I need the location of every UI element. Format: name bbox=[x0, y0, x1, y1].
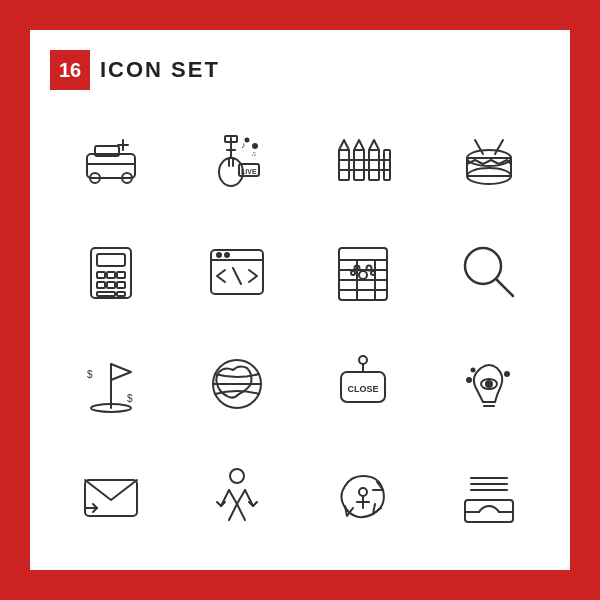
golf-flag-money-icon: $ $ bbox=[50, 330, 172, 438]
svg-rect-33 bbox=[107, 272, 115, 278]
svg-text:$: $ bbox=[127, 393, 133, 404]
svg-rect-39 bbox=[117, 292, 125, 296]
svg-line-82 bbox=[237, 490, 245, 504]
svg-point-85 bbox=[359, 488, 367, 496]
svg-point-56 bbox=[371, 271, 375, 275]
svg-point-57 bbox=[465, 248, 501, 284]
svg-point-42 bbox=[217, 253, 221, 257]
svg-rect-20 bbox=[354, 150, 364, 180]
svg-rect-36 bbox=[107, 282, 115, 288]
svg-rect-0 bbox=[87, 154, 135, 178]
svg-point-52 bbox=[359, 271, 367, 279]
inbox-icon bbox=[428, 442, 550, 550]
card-header: 16 ICON SET bbox=[50, 50, 550, 90]
svg-point-75 bbox=[505, 372, 509, 376]
svg-text:LIVE: LIVE bbox=[241, 168, 257, 175]
svg-point-73 bbox=[467, 378, 471, 382]
svg-line-44 bbox=[233, 268, 241, 284]
svg-rect-37 bbox=[117, 282, 125, 288]
svg-line-83 bbox=[229, 504, 237, 520]
svg-line-58 bbox=[497, 280, 513, 296]
svg-text:$: $ bbox=[87, 369, 93, 380]
svg-text:♪: ♪ bbox=[241, 140, 246, 150]
taxi-add-icon bbox=[50, 106, 172, 214]
svg-line-81 bbox=[229, 490, 237, 504]
svg-rect-21 bbox=[369, 150, 379, 180]
svg-point-54 bbox=[367, 266, 372, 271]
globe-icon bbox=[176, 330, 298, 438]
svg-point-55 bbox=[351, 271, 355, 275]
recycle-icon bbox=[302, 442, 424, 550]
fence-icon bbox=[302, 106, 424, 214]
calculator-icon bbox=[50, 218, 172, 326]
svg-rect-31 bbox=[97, 254, 125, 266]
svg-rect-38 bbox=[97, 292, 115, 296]
svg-rect-34 bbox=[117, 272, 125, 278]
svg-text:♫: ♫ bbox=[251, 150, 256, 157]
svg-point-18 bbox=[246, 139, 249, 142]
card-title: ICON SET bbox=[100, 57, 220, 83]
count-badge: 16 bbox=[50, 50, 90, 90]
svg-rect-35 bbox=[97, 282, 105, 288]
svg-point-78 bbox=[230, 469, 244, 483]
person-growth-icon bbox=[176, 442, 298, 550]
svg-rect-45 bbox=[339, 248, 387, 300]
svg-point-72 bbox=[486, 381, 492, 387]
eye-bulb-icon bbox=[428, 330, 550, 438]
svg-point-65 bbox=[359, 356, 367, 364]
svg-point-74 bbox=[472, 369, 475, 372]
email-icon bbox=[50, 442, 172, 550]
svg-rect-32 bbox=[97, 272, 105, 278]
icon-set-card: 16 ICON SET bbox=[30, 30, 570, 570]
guitar-live-icon: LIVE ♪ ♫ bbox=[176, 106, 298, 214]
svg-point-43 bbox=[225, 253, 229, 257]
code-window-icon bbox=[176, 218, 298, 326]
schedule-board-icon bbox=[302, 218, 424, 326]
svg-line-84 bbox=[237, 504, 245, 520]
close-sign-icon: CLOSE bbox=[302, 330, 424, 438]
svg-text:CLOSE: CLOSE bbox=[347, 384, 378, 394]
svg-rect-19 bbox=[339, 150, 349, 180]
svg-rect-22 bbox=[384, 150, 390, 180]
drum-icon bbox=[428, 106, 550, 214]
icon-grid: LIVE ♪ ♫ bbox=[50, 106, 550, 550]
search-icon bbox=[428, 218, 550, 326]
svg-point-17 bbox=[253, 144, 257, 148]
